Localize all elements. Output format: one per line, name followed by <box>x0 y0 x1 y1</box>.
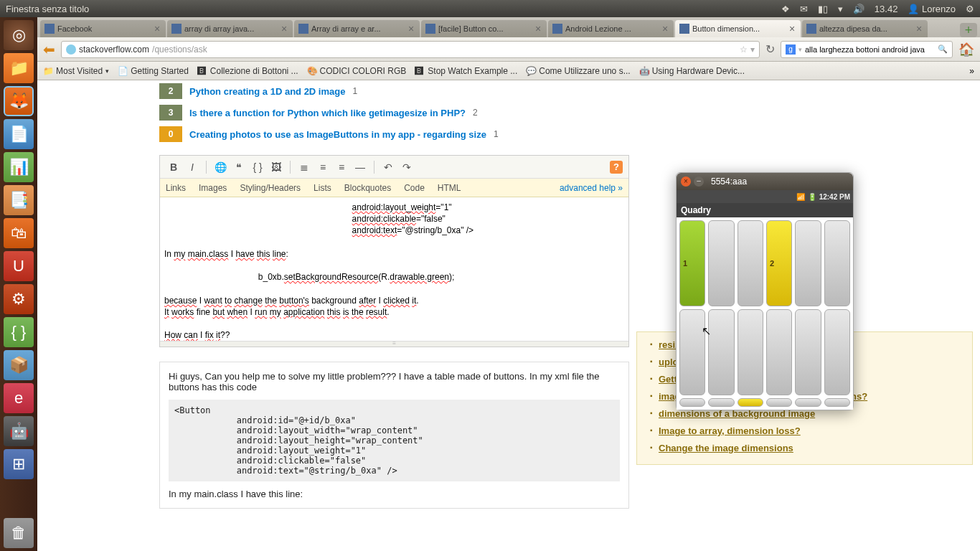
sidebar-link[interactable]: Change the image dimensions <box>659 443 793 453</box>
redo-button[interactable]: ↷ <box>399 159 415 175</box>
related-link[interactable]: Python creating a 1D and 2D image <box>189 86 345 97</box>
dropdown-icon[interactable]: ▾ <box>798 46 802 53</box>
user-menu[interactable]: 👤 Lorenzo <box>908 4 956 14</box>
emulator-titlebar[interactable]: × – 5554:aaa <box>677 173 853 190</box>
advanced-help-link[interactable]: advanced help » <box>560 183 623 193</box>
grid-button[interactable] <box>708 398 734 407</box>
grid-button[interactable] <box>766 398 792 407</box>
new-tab-button[interactable]: + <box>960 23 977 37</box>
browser-tab[interactable]: Array di array e ar...× <box>294 20 420 37</box>
firefox-icon[interactable]: 🦊 <box>4 86 34 116</box>
browser-tab[interactable]: Button dimension...× <box>675 20 801 37</box>
italic-button[interactable]: I <box>184 159 200 175</box>
dropbox-app-icon[interactable]: 📦 <box>4 350 34 380</box>
browser-tab[interactable]: Facebook× <box>40 20 166 37</box>
help-tab[interactable]: Code <box>404 183 425 193</box>
emulator-window[interactable]: × – 5554:aaa 📶 🔋 12:42 PM Quadry 1 2 <box>676 172 854 410</box>
bookmarks-overflow-icon[interactable]: » <box>969 66 974 76</box>
close-tab-icon[interactable]: × <box>915 24 923 33</box>
reload-button[interactable]: ↻ <box>765 42 775 56</box>
android-icon[interactable]: 🤖 <box>4 416 34 446</box>
software-center-icon[interactable]: 🛍 <box>4 218 34 248</box>
help-tab[interactable]: HTML <box>438 183 461 193</box>
olist-button[interactable]: ≣ <box>296 159 312 175</box>
help-button[interactable]: ? <box>610 161 623 174</box>
grid-button[interactable] <box>795 220 821 306</box>
dropbox-icon[interactable]: ❖ <box>781 4 790 14</box>
dropdown-icon[interactable]: ▾ <box>750 44 755 55</box>
trash-icon[interactable]: 🗑 <box>4 518 34 548</box>
dash-home-icon[interactable]: ◎ <box>4 20 34 50</box>
quote-button[interactable]: ❝ <box>231 159 247 175</box>
bookmark-item[interactable]: 🎨CODICI COLORI RGB <box>307 66 407 76</box>
grid-button[interactable] <box>824 309 850 395</box>
related-link[interactable]: Is there a function for Python which lik… <box>189 108 466 118</box>
grid-button[interactable] <box>708 309 734 395</box>
help-tab[interactable]: Blockquotes <box>344 183 391 193</box>
search-icon[interactable]: 🔍 <box>938 44 948 54</box>
close-tab-icon[interactable]: × <box>280 24 288 33</box>
bookmark-item[interactable]: 💬Come Utilizzare uno s... <box>526 66 630 76</box>
calc-icon[interactable]: 📊 <box>4 152 34 182</box>
grid-button[interactable] <box>795 398 821 407</box>
bookmark-item[interactable]: 📄Getting Started <box>118 66 189 76</box>
heading-button[interactable]: ≡ <box>334 159 349 175</box>
workspace-icon[interactable]: ⊞ <box>4 449 34 479</box>
grid-button[interactable] <box>679 398 705 407</box>
close-tab-icon[interactable]: × <box>534 24 542 33</box>
grid-button[interactable] <box>795 309 821 395</box>
image-button[interactable]: 🖼 <box>268 159 284 175</box>
hr-button[interactable]: — <box>352 159 368 175</box>
editor-textarea[interactable]: android:layout_weight="1"android:clickab… <box>160 197 628 341</box>
help-tab[interactable]: Images <box>199 183 227 193</box>
battery-icon[interactable]: ▮▯ <box>818 4 828 14</box>
terminal-icon[interactable]: { } <box>4 317 34 347</box>
settings-icon[interactable]: ⚙ <box>4 284 34 314</box>
grid-button[interactable] <box>824 398 850 407</box>
grid-button[interactable] <box>824 220 850 306</box>
back-button[interactable]: ⬅ <box>43 41 55 58</box>
writer-icon[interactable]: 📄 <box>4 119 34 149</box>
grid-button[interactable] <box>766 309 792 395</box>
files-icon[interactable]: 📁 <box>4 53 34 83</box>
ubuntu-one-icon[interactable]: U <box>4 251 34 281</box>
sidebar-link[interactable]: Image to array, dimension loss? <box>659 425 801 436</box>
url-input[interactable]: stackoverflow.com/questions/ask ☆ ▾ <box>61 41 760 58</box>
browser-tab[interactable]: [facile] Button co...× <box>421 20 547 37</box>
help-tab[interactable]: Styling/Headers <box>240 183 301 193</box>
volume-icon[interactable]: 🔊 <box>853 4 864 14</box>
grid-button-2[interactable]: 2 <box>766 220 792 306</box>
resize-grip[interactable]: ≡ <box>160 341 628 347</box>
minimize-button[interactable]: – <box>694 176 704 187</box>
close-tab-icon[interactable]: × <box>788 24 796 33</box>
reader-icon[interactable]: e <box>4 383 34 413</box>
grid-button[interactable] <box>738 220 763 306</box>
close-tab-icon[interactable]: × <box>407 24 415 33</box>
ulist-button[interactable]: ≡ <box>315 159 331 175</box>
home-button[interactable]: 🏠 <box>958 42 974 57</box>
close-tab-icon[interactable]: × <box>153 24 161 33</box>
bookmark-item[interactable]: 🅱Collezione di Bottoni ... <box>197 66 298 76</box>
gear-icon[interactable]: ⚙ <box>966 4 974 14</box>
browser-tab[interactable]: altezza dipesa da...× <box>802 20 928 37</box>
grid-button[interactable] <box>679 309 705 395</box>
network-icon[interactable]: ▾ <box>838 4 843 14</box>
browser-tab[interactable]: array di array java...× <box>167 20 293 37</box>
grid-button[interactable] <box>708 220 734 306</box>
bookmark-item[interactable]: 📁Most Visited ▾ <box>43 66 109 76</box>
grid-button-1[interactable]: 1 <box>679 220 705 306</box>
help-tab[interactable]: Links <box>166 183 186 193</box>
undo-button[interactable]: ↶ <box>380 159 396 175</box>
link-button[interactable]: 🌐 <box>212 159 228 175</box>
close-button[interactable]: × <box>681 176 691 187</box>
clock[interactable]: 13.42 <box>875 4 898 14</box>
grid-button[interactable] <box>738 309 763 395</box>
search-input[interactable]: g ▾ alla larghezza bottoni android java … <box>781 41 953 58</box>
close-tab-icon[interactable]: × <box>661 24 669 33</box>
impress-icon[interactable]: 📑 <box>4 185 34 215</box>
bookmark-item[interactable]: 🅱Stop Watch Example ... <box>415 66 517 76</box>
browser-tab[interactable]: Android Lezione ...× <box>548 20 674 37</box>
grid-button[interactable] <box>738 398 763 407</box>
bold-button[interactable]: B <box>166 159 182 175</box>
code-button[interactable]: { } <box>250 159 265 175</box>
